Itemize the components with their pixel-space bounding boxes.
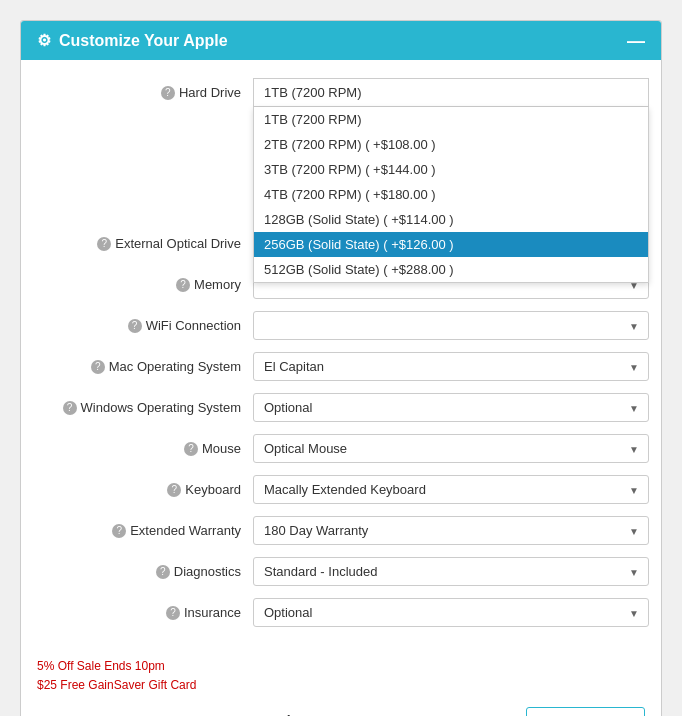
pay-as-low-button[interactable]: Or pay as low as $114/mo [526,707,645,716]
wifi-label: ? WiFi Connection [33,318,253,333]
promo-text: 5% Off Sale Ends 10pm $25 Free GainSaver… [37,657,645,695]
promo-line1: 5% Off Sale Ends 10pm [37,657,645,676]
insurance-label: ? Insurance [33,605,253,620]
warranty-select-wrapper: 180 Day Warranty [253,516,649,545]
hd-option-2[interactable]: 2TB (7200 RPM) ( +$108.00 ) [254,132,648,157]
keyboard-select-wrapper: Macally Extended Keyboard [253,475,649,504]
diagnostics-row: ? Diagnostics Standard - Included [21,551,661,592]
hd-option-1[interactable]: 1TB (7200 RPM) [254,107,648,132]
mouse-select-wrapper: Optical Mouse [253,434,649,463]
hard-drive-control: 1TB (7200 RPM) 1TB (7200 RPM) 2TB (7200 … [253,78,649,107]
windows-os-help-icon[interactable]: ? [63,401,77,415]
mouse-help-icon[interactable]: ? [184,442,198,456]
mac-os-label: ? Mac Operating System [33,359,253,374]
mac-os-select[interactable]: El Capitan [253,352,649,381]
promo-section: 5% Off Sale Ends 10pm $25 Free GainSaver… [21,645,661,699]
hard-drive-dropdown[interactable]: 1TB (7200 RPM) 1TB (7200 RPM) 2TB (7200 … [253,78,649,107]
diagnostics-label: ? Diagnostics [33,564,253,579]
mouse-control: Optical Mouse [253,434,649,463]
hard-drive-help-icon[interactable]: ? [161,86,175,100]
insurance-control: Optional [253,598,649,627]
windows-os-select-wrapper: Optional [253,393,649,422]
windows-os-control: Optional [253,393,649,422]
hard-drive-list: 1TB (7200 RPM) 2TB (7200 RPM) ( +$108.00… [253,107,649,283]
memory-label: ? Memory [33,277,253,292]
mouse-label: ? Mouse [33,441,253,456]
insurance-help-icon[interactable]: ? [166,606,180,620]
memory-help-icon[interactable]: ? [176,278,190,292]
windows-os-select[interactable]: Optional [253,393,649,422]
mac-os-help-icon[interactable]: ? [91,360,105,374]
insurance-select[interactable]: Optional [253,598,649,627]
hd-option-5[interactable]: 128GB (Solid State) ( +$114.00 ) [254,207,648,232]
windows-os-label: ? Windows Operating System [33,400,253,415]
hd-option-7[interactable]: 512GB (Solid State) ( +$288.00 ) [254,257,648,282]
diagnostics-control: Standard - Included [253,557,649,586]
keyboard-label: ? Keyboard [33,482,253,497]
keyboard-select[interactable]: Macally Extended Keyboard [253,475,649,504]
hard-drive-display[interactable]: 1TB (7200 RPM) [253,78,649,107]
hard-drive-row: ? Hard Drive 1TB (7200 RPM) 1TB (7200 RP… [21,72,661,113]
header-left: ⚙ Customize Your Apple [37,31,228,50]
panel-header: ⚙ Customize Your Apple — [21,21,661,60]
external-optical-help-icon[interactable]: ? [97,237,111,251]
hard-drive-label: ? Hard Drive [33,85,253,100]
minimize-button[interactable]: — [627,32,645,50]
mouse-row: ? Mouse Optical Mouse [21,428,661,469]
mac-os-row: ? Mac Operating System El Capitan [21,346,661,387]
warranty-help-icon[interactable]: ? [112,524,126,538]
keyboard-row: ? Keyboard Macally Extended Keyboard [21,469,661,510]
wifi-control [253,311,649,340]
warranty-select[interactable]: 180 Day Warranty [253,516,649,545]
mac-os-control: El Capitan [253,352,649,381]
warranty-label: ? Extended Warranty [33,523,253,538]
wifi-select-wrapper [253,311,649,340]
diagnostics-select-wrapper: Standard - Included [253,557,649,586]
diagnostics-select[interactable]: Standard - Included [253,557,649,586]
wifi-select[interactable] [253,311,649,340]
insurance-row: ? Insurance Optional [21,592,661,633]
wifi-help-icon[interactable]: ? [128,319,142,333]
warranty-control: 180 Day Warranty [253,516,649,545]
customize-panel: ⚙ Customize Your Apple — ? Hard Drive 1T… [20,20,662,716]
diagnostics-help-icon[interactable]: ? [156,565,170,579]
keyboard-control: Macally Extended Keyboard [253,475,649,504]
insurance-select-wrapper: Optional [253,598,649,627]
windows-os-row: ? Windows Operating System Optional [21,387,661,428]
promo-line2: $25 Free GainSaver Gift Card [37,676,645,695]
wifi-row: ? WiFi Connection [21,305,661,346]
hd-option-3[interactable]: 3TB (7200 RPM) ( +$144.00 ) [254,157,648,182]
form-body: ? Hard Drive 1TB (7200 RPM) 1TB (7200 RP… [21,60,661,645]
mouse-select[interactable]: Optical Mouse [253,434,649,463]
warranty-row: ? Extended Warranty 180 Day Warranty [21,510,661,551]
hd-option-6[interactable]: 256GB (Solid State) ( +$126.00 ) [254,232,648,257]
gear-icon: ⚙ [37,31,51,50]
mac-os-select-wrapper: El Capitan [253,352,649,381]
external-optical-drive-label: ? External Optical Drive [33,236,253,251]
panel-title: Customize Your Apple [59,32,228,50]
pricing-section: $1369 Save: $68.45(5.00%) Your Low Price… [21,699,661,716]
keyboard-help-icon[interactable]: ? [167,483,181,497]
hd-option-4[interactable]: 4TB (7200 RPM) ( +$180.00 ) [254,182,648,207]
